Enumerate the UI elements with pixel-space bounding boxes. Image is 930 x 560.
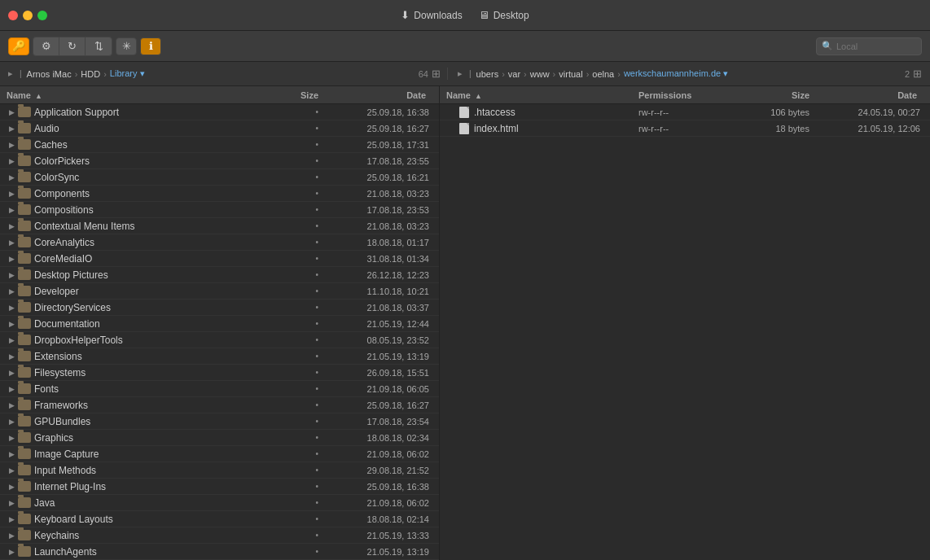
bc-hdd[interactable]: HDD xyxy=(81,69,100,79)
expand-arrow[interactable]: ▶ xyxy=(7,466,16,475)
expand-arrow[interactable]: ▶ xyxy=(7,221,16,231)
list-item[interactable]: ▶ Filesystems • 26.09.18, 15:51 xyxy=(0,365,439,381)
list-item[interactable]: ▶ Application Support • 25.09.18, 16:38 xyxy=(0,104,439,120)
expand-arrow[interactable]: ▶ xyxy=(7,287,16,296)
expand-arrow[interactable]: ▶ xyxy=(7,107,16,117)
search-input[interactable] xyxy=(836,42,918,51)
toolbar-swap-btn[interactable]: ⇅ xyxy=(86,37,112,55)
right-col-name-header[interactable]: Name ▲ xyxy=(446,90,638,100)
expand-arrow[interactable]: ▶ xyxy=(7,531,16,540)
list-item[interactable]: ▶ Contextual Menu Items • 21.08.18, 03:2… xyxy=(0,218,439,234)
list-item[interactable]: ▶ Keychains • 21.05.19, 13:33 xyxy=(0,527,439,544)
expand-arrow[interactable]: ▶ xyxy=(7,384,16,394)
expand-arrow[interactable]: ▶ xyxy=(7,433,16,443)
list-item[interactable]: ▶ index.html rw-r--r-- 18 bytes 21.05.19… xyxy=(440,120,930,137)
toolbar-refresh-btn[interactable]: ↻ xyxy=(59,37,86,55)
bc-virtual[interactable]: virtual xyxy=(559,69,582,79)
file-date: 25.09.18, 16:38 xyxy=(318,107,432,117)
toolbar-settings-btn[interactable]: ⚙ xyxy=(33,37,59,55)
list-item[interactable]: ▶ CoreAnalytics • 18.08.18, 01:17 xyxy=(0,234,439,251)
list-item[interactable]: ▶ Caches • 25.09.18, 17:31 xyxy=(0,137,439,153)
file-date: 31.08.18, 01:34 xyxy=(318,254,432,264)
folder-icon xyxy=(18,188,31,199)
minimize-button[interactable] xyxy=(23,11,33,20)
file-size-dot: • xyxy=(253,270,318,279)
folder-icon xyxy=(18,237,31,248)
expand-arrow[interactable]: ▶ xyxy=(7,547,16,557)
list-item[interactable]: ▶ LaunchAgents • 21.05.19, 13:19 xyxy=(0,544,439,560)
toolbar-icon-btn1[interactable]: 🔑 xyxy=(8,37,29,55)
expand-arrow[interactable]: ▶ xyxy=(7,498,16,508)
list-item[interactable]: ▶ Desktop Pictures • 26.12.18, 12:23 xyxy=(0,267,439,283)
list-item[interactable]: ▶ Graphics • 18.08.18, 02:34 xyxy=(0,430,439,446)
list-item[interactable]: ▶ Input Methods • 29.08.18, 21:52 xyxy=(0,462,439,479)
list-item[interactable]: ▶ Extensions • 21.05.19, 13:19 xyxy=(0,348,439,365)
file-size-dot: • xyxy=(253,547,318,556)
expand-arrow[interactable]: ▶ xyxy=(7,254,16,264)
list-item[interactable]: ▶ Frameworks • 25.09.18, 16:27 xyxy=(0,397,439,413)
bc-arrow-r1: › xyxy=(502,69,505,79)
col-name-header[interactable]: Name ▲ xyxy=(7,90,253,100)
expand-arrow[interactable]: ▶ xyxy=(7,514,16,524)
expand-arrow[interactable]: ▶ xyxy=(7,189,16,199)
list-item[interactable]: ▶ ColorPickers • 17.08.18, 23:55 xyxy=(0,153,439,169)
folder-icon xyxy=(18,448,31,460)
expand-arrow[interactable]: ▶ xyxy=(7,449,16,459)
expand-arrow[interactable]: ▶ xyxy=(7,417,16,427)
search-box[interactable]: 🔍 xyxy=(816,37,922,55)
expand-arrow[interactable]: ▶ xyxy=(7,205,16,215)
left-file-list[interactable]: ▶ Application Support • 25.09.18, 16:38 … xyxy=(0,104,439,560)
list-item[interactable]: ▶ Fonts • 21.09.18, 06:05 xyxy=(0,381,439,397)
expand-arrow[interactable]: ▶ xyxy=(7,303,16,313)
right-file-list[interactable]: ▶ .htaccess rw-r--r-- 106 bytes 24.05.19… xyxy=(440,104,930,560)
close-button[interactable] xyxy=(8,11,18,20)
list-item[interactable]: ▶ DropboxHelperTools • 08.05.19, 23:52 xyxy=(0,332,439,348)
bc-ubers[interactable]: ubers xyxy=(476,69,499,79)
toolbar-star-btn[interactable]: ✳ xyxy=(116,37,137,55)
list-item[interactable]: ▶ Documentation • 21.05.19, 12:44 xyxy=(0,316,439,332)
bc-oelna[interactable]: oelna xyxy=(592,69,614,79)
list-item[interactable]: ▶ CoreMediaIO • 31.08.18, 01:34 xyxy=(0,251,439,267)
expand-arrow[interactable]: ▶ xyxy=(7,124,16,133)
list-item[interactable]: ▶ GPUBundles • 17.08.18, 23:54 xyxy=(0,413,439,430)
expand-arrow[interactable]: ▶ xyxy=(7,482,16,492)
bc-var[interactable]: var xyxy=(508,69,520,79)
list-item[interactable]: ▶ Components • 21.08.18, 03:23 xyxy=(0,186,439,202)
titlebar-desktop[interactable]: 🖥 Desktop xyxy=(479,9,529,21)
titlebar-downloads[interactable]: ⬇ Downloads xyxy=(401,9,462,21)
list-item[interactable]: ▶ Compositions • 17.08.18, 23:53 xyxy=(0,202,439,218)
right-col-date-header[interactable]: Date xyxy=(809,90,923,100)
list-item[interactable]: ▶ Internet Plug-Ins • 25.09.18, 16:38 xyxy=(0,479,439,495)
list-item[interactable]: ▶ Developer • 11.10.18, 10:21 xyxy=(0,283,439,300)
list-item[interactable]: ▶ Java • 21.09.18, 06:02 xyxy=(0,495,439,511)
expand-arrow[interactable]: ▶ xyxy=(7,238,16,247)
expand-arrow[interactable]: ▶ xyxy=(7,319,16,329)
expand-arrow[interactable]: ▶ xyxy=(7,270,16,280)
file-date: 17.08.18, 23:55 xyxy=(318,156,432,166)
maximize-button[interactable] xyxy=(37,11,47,20)
list-item[interactable]: ▶ Image Capture • 21.09.18, 06:02 xyxy=(0,446,439,462)
bc-arnos[interactable]: Arnos iMac xyxy=(27,69,72,79)
list-item[interactable]: ▶ .htaccess rw-r--r-- 106 bytes 24.05.19… xyxy=(440,104,930,120)
toolbar-info-btn[interactable]: ℹ xyxy=(140,37,161,55)
file-date: 11.10.18, 10:21 xyxy=(318,287,432,296)
list-item[interactable]: ▶ Audio • 25.09.18, 16:27 xyxy=(0,120,439,137)
expand-arrow[interactable]: ▶ xyxy=(7,173,16,182)
expand-arrow[interactable]: ▶ xyxy=(7,335,16,345)
right-col-perms-header[interactable]: Permissions xyxy=(638,90,736,100)
col-date-header[interactable]: Date xyxy=(318,90,432,100)
expand-arrow[interactable]: ▶ xyxy=(7,156,16,166)
list-item[interactable]: ▶ ColorSync • 25.09.18, 16:21 xyxy=(0,169,439,186)
bc-werkschau[interactable]: werkschaumannheim.de ▾ xyxy=(624,68,728,79)
right-col-size-header[interactable]: Size xyxy=(736,90,809,100)
bc-www[interactable]: www xyxy=(530,69,550,79)
list-item[interactable]: ▶ Keyboard Layouts • 18.08.18, 02:14 xyxy=(0,511,439,527)
expand-arrow[interactable]: ▶ xyxy=(7,400,16,410)
expand-arrow[interactable]: ▶ xyxy=(7,140,16,150)
list-item[interactable]: ▶ DirectoryServices • 21.08.18, 03:37 xyxy=(0,300,439,316)
expand-arrow[interactable]: ▶ xyxy=(7,352,16,361)
col-size-header[interactable]: Size xyxy=(253,90,318,100)
bc-library[interactable]: Library ▾ xyxy=(110,68,145,79)
file-size-dot: • xyxy=(253,173,318,182)
expand-arrow[interactable]: ▶ xyxy=(7,368,16,378)
